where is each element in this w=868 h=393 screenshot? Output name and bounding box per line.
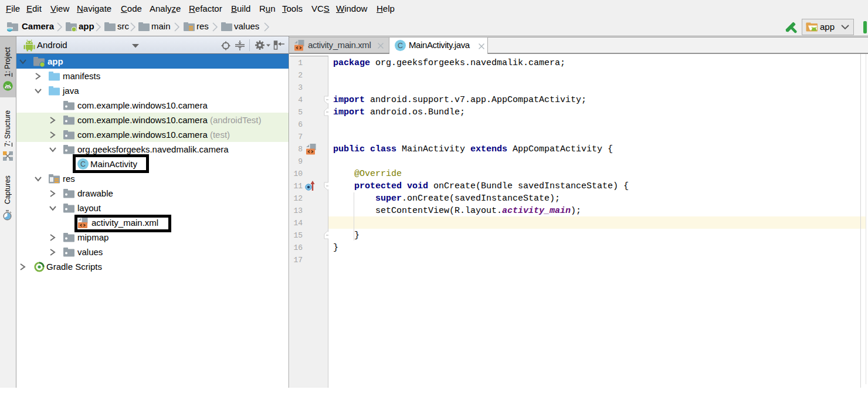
svg-text:C: C <box>398 42 403 50</box>
